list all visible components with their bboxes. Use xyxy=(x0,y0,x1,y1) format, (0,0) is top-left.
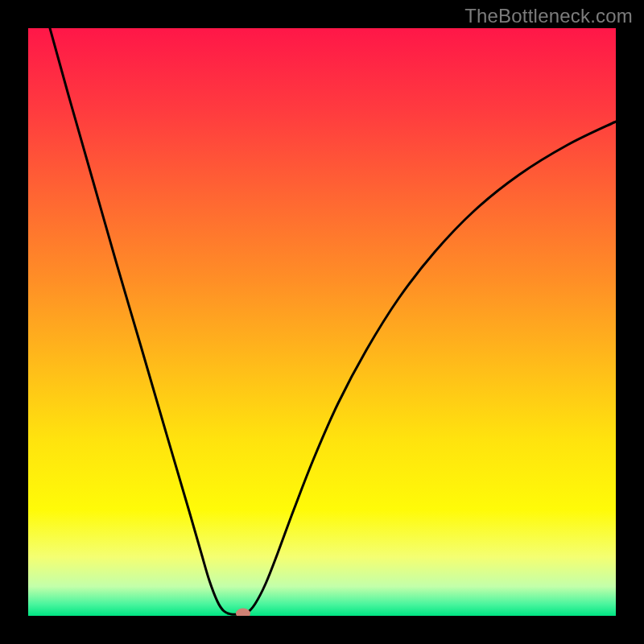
chart-frame: TheBottleneck.com xyxy=(0,0,644,644)
bottleneck-curve xyxy=(28,28,616,616)
optimal-marker xyxy=(236,609,250,617)
watermark-text: TheBottleneck.com xyxy=(464,5,633,27)
plot-area xyxy=(28,28,616,616)
